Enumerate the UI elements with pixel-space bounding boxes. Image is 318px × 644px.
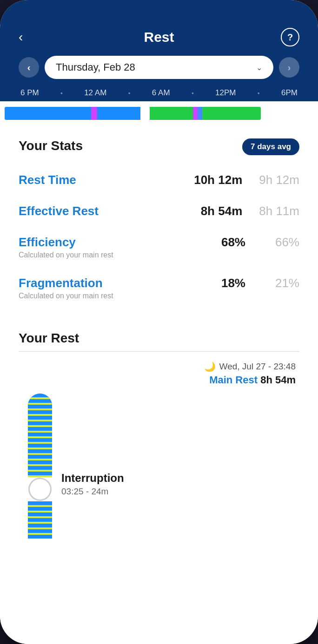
stat-row-fragmentation: Fragmentation Calculated on your main re…	[19, 268, 299, 309]
rest-section-title: Your Rest	[19, 331, 299, 346]
timeline-bar-col	[28, 394, 52, 539]
date-picker[interactable]: Thursday, Feb 28 ⌄	[45, 56, 273, 79]
stat-avg-fragmentation: 21%	[262, 276, 299, 290]
next-date-button[interactable]: ›	[279, 57, 299, 78]
timeline-content-col: Interruption 03:25 - 24m	[61, 394, 299, 539]
stat-avg-efficiency: 66%	[262, 235, 299, 250]
stat-avg-effective-rest: 8h 11m	[259, 204, 299, 218]
timeline-dot-3: ●	[192, 91, 194, 95]
stat-label-col-effective-rest: Effective Rest	[19, 204, 191, 218]
selected-date: Thursday, Feb 28	[56, 61, 135, 73]
stat-label-col-rest-time: Rest Time	[19, 173, 191, 187]
timeline-bar-stripes-top	[28, 394, 52, 477]
stat-sublabel-efficiency: Calculated on your main rest	[19, 251, 194, 259]
stat-label-col-efficiency: Efficiency Calculated on your main rest	[19, 235, 194, 259]
bar-segment-green-1	[150, 107, 193, 120]
timeline-label-6pm-end: 6PM	[281, 88, 298, 98]
stat-row-efficiency: Efficiency Calculated on your main rest …	[19, 227, 299, 268]
bar-gap	[140, 107, 150, 120]
bar-segment-purple-1	[91, 107, 97, 120]
timeline-label-6pm: 6 PM	[20, 88, 39, 98]
stat-row-rest-time: Rest Time 10h 12m 9h 12m	[19, 164, 299, 196]
header-top: ‹ Rest ?	[19, 28, 299, 46]
bar-segment-purple-2	[193, 107, 198, 120]
stat-label-effective-rest: Effective Rest	[19, 204, 191, 218]
main-rest-label: Main Rest	[209, 374, 258, 386]
interruption-label: Interruption	[61, 472, 299, 485]
stat-label-rest-time: Rest Time	[19, 173, 191, 187]
stat-values-efficiency: 68% 66%	[194, 235, 299, 250]
stat-row-effective-rest: Effective Rest 8h 54m 8h 11m	[19, 196, 299, 227]
rest-timeline: Interruption 03:25 - 24m	[19, 394, 299, 539]
rest-date-line: 🌙 Wed, Jul 27 - 23:48	[204, 361, 296, 372]
timeline-label-6am: 6 AM	[152, 88, 170, 98]
stat-values-effective-rest: 8h 54m 8h 11m	[191, 204, 299, 218]
timeline-labels: 6 PM ● 12 AM ● 6 AM ● 12PM ● 6PM	[19, 88, 299, 98]
stat-current-rest-time: 10h 12m	[191, 173, 242, 187]
main-rest-duration: 8h 54m	[260, 374, 296, 386]
content-area: Your Stats 7 days avg Rest Time 10h 12m …	[0, 125, 318, 644]
moon-icon: 🌙	[204, 361, 216, 372]
stat-label-efficiency: Efficiency	[19, 235, 194, 250]
rest-section: Your Rest 🌙 Wed, Jul 27 - 23:48 Main Res…	[0, 318, 318, 539]
timeline-bar-top	[28, 394, 52, 477]
stats-section-title: Your Stats	[19, 138, 83, 153]
rest-entry-date: Wed, Jul 27 - 23:48	[219, 361, 296, 372]
timeline-dot-1: ●	[60, 91, 63, 95]
sleep-bar-container	[0, 101, 318, 125]
interruption-time: 03:25 - 24m	[61, 486, 299, 497]
sleep-bar	[5, 107, 313, 120]
stat-current-effective-rest: 8h 54m	[191, 204, 242, 218]
stat-values-rest-time: 10h 12m 9h 12m	[191, 173, 299, 187]
stat-label-fragmentation: Fragmentation	[19, 276, 194, 290]
header: ‹ Rest ? ‹ Thursday, Feb 28 ⌄ › 6 PM ● 1…	[0, 0, 318, 101]
stat-current-efficiency: 68%	[194, 235, 245, 250]
timeline-bar-stripes-bottom	[28, 501, 52, 539]
help-button[interactable]: ?	[281, 28, 299, 46]
timeline-label-12pm: 12PM	[215, 88, 236, 98]
timeline-bar-bottom	[28, 501, 52, 539]
prev-date-button[interactable]: ‹	[19, 57, 39, 78]
avg-badge: 7 days avg	[242, 138, 299, 155]
back-button[interactable]: ‹	[19, 30, 37, 45]
chevron-down-icon: ⌄	[256, 63, 262, 72]
rest-entry-header: 🌙 Wed, Jul 27 - 23:48 Main Rest 8h 54m	[19, 361, 299, 386]
stat-current-fragmentation: 18%	[194, 276, 245, 290]
timeline-label-12am: 12 AM	[84, 88, 106, 98]
bar-segment-green-2	[202, 107, 261, 120]
page-title: Rest	[144, 29, 174, 45]
phone-inner: ‹ Rest ? ‹ Thursday, Feb 28 ⌄ › 6 PM ● 1…	[0, 0, 318, 644]
bar-segment-blue-3	[198, 107, 202, 120]
bar-segment-blue-2	[97, 107, 140, 120]
stats-section: Your Stats 7 days avg Rest Time 10h 12m …	[0, 125, 318, 318]
phone-frame: ‹ Rest ? ‹ Thursday, Feb 28 ⌄ › 6 PM ● 1…	[0, 0, 318, 644]
stat-label-col-fragmentation: Fragmentation Calculated on your main re…	[19, 276, 194, 300]
timeline-dot-2: ●	[128, 91, 131, 95]
date-navigation: ‹ Thursday, Feb 28 ⌄ ›	[19, 56, 299, 79]
stat-sublabel-fragmentation: Calculated on your main rest	[19, 292, 194, 300]
interruption-circle	[30, 479, 50, 499]
section-divider	[19, 351, 299, 352]
bar-segment-blue-1	[5, 107, 91, 120]
stat-values-fragmentation: 18% 21%	[194, 276, 299, 290]
rest-main-line: Main Rest 8h 54m	[209, 374, 296, 386]
timeline-dot-4: ●	[258, 91, 260, 95]
stat-avg-rest-time: 9h 12m	[259, 173, 299, 187]
